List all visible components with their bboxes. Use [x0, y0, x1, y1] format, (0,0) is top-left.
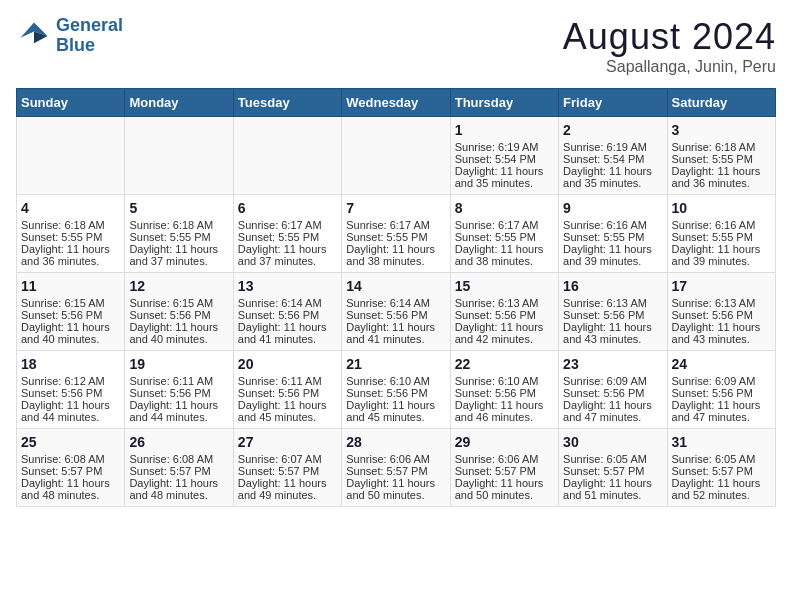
- day-info: Daylight: 11 hours: [129, 321, 228, 333]
- day-number: 12: [129, 278, 228, 294]
- day-info: Sunrise: 6:14 AM: [238, 297, 337, 309]
- day-number: 8: [455, 200, 554, 216]
- day-info: Daylight: 11 hours: [455, 243, 554, 255]
- calendar-cell: 3Sunrise: 6:18 AMSunset: 5:55 PMDaylight…: [667, 117, 775, 195]
- day-info: Sunset: 5:56 PM: [563, 387, 662, 399]
- day-info: Sunrise: 6:17 AM: [455, 219, 554, 231]
- day-number: 20: [238, 356, 337, 372]
- day-info: and 52 minutes.: [672, 489, 771, 501]
- day-number: 27: [238, 434, 337, 450]
- day-info: Sunrise: 6:06 AM: [346, 453, 445, 465]
- title-block: August 2024 Sapallanga, Junin, Peru: [563, 16, 776, 76]
- day-number: 21: [346, 356, 445, 372]
- day-info: Daylight: 11 hours: [672, 399, 771, 411]
- day-info: and 40 minutes.: [21, 333, 120, 345]
- day-info: Sunrise: 6:10 AM: [455, 375, 554, 387]
- day-info: and 37 minutes.: [238, 255, 337, 267]
- day-info: Sunrise: 6:13 AM: [455, 297, 554, 309]
- calendar-cell: 19Sunrise: 6:11 AMSunset: 5:56 PMDayligh…: [125, 351, 233, 429]
- calendar-cell: 21Sunrise: 6:10 AMSunset: 5:56 PMDayligh…: [342, 351, 450, 429]
- day-info: Sunrise: 6:16 AM: [672, 219, 771, 231]
- day-info: Sunset: 5:56 PM: [346, 387, 445, 399]
- day-info: and 41 minutes.: [238, 333, 337, 345]
- day-info: and 37 minutes.: [129, 255, 228, 267]
- day-info: and 50 minutes.: [455, 489, 554, 501]
- day-info: Sunset: 5:55 PM: [21, 231, 120, 243]
- day-info: Sunrise: 6:07 AM: [238, 453, 337, 465]
- day-info: Daylight: 11 hours: [672, 165, 771, 177]
- day-info: Daylight: 11 hours: [129, 477, 228, 489]
- day-number: 11: [21, 278, 120, 294]
- calendar-cell: 12Sunrise: 6:15 AMSunset: 5:56 PMDayligh…: [125, 273, 233, 351]
- day-info: Sunset: 5:57 PM: [455, 465, 554, 477]
- day-number: 30: [563, 434, 662, 450]
- calendar-cell: 11Sunrise: 6:15 AMSunset: 5:56 PMDayligh…: [17, 273, 125, 351]
- day-number: 9: [563, 200, 662, 216]
- day-info: Daylight: 11 hours: [672, 477, 771, 489]
- day-info: and 47 minutes.: [672, 411, 771, 423]
- day-header-saturday: Saturday: [667, 89, 775, 117]
- day-info: and 48 minutes.: [129, 489, 228, 501]
- day-info: Sunset: 5:57 PM: [563, 465, 662, 477]
- calendar-cell: 7Sunrise: 6:17 AMSunset: 5:55 PMDaylight…: [342, 195, 450, 273]
- day-info: and 40 minutes.: [129, 333, 228, 345]
- day-info: and 36 minutes.: [672, 177, 771, 189]
- day-number: 26: [129, 434, 228, 450]
- day-info: Sunset: 5:56 PM: [129, 309, 228, 321]
- day-info: Sunrise: 6:08 AM: [129, 453, 228, 465]
- day-info: Sunrise: 6:17 AM: [346, 219, 445, 231]
- day-info: and 42 minutes.: [455, 333, 554, 345]
- day-info: Sunrise: 6:18 AM: [129, 219, 228, 231]
- calendar-cell: 27Sunrise: 6:07 AMSunset: 5:57 PMDayligh…: [233, 429, 341, 507]
- calendar-cell: 2Sunrise: 6:19 AMSunset: 5:54 PMDaylight…: [559, 117, 667, 195]
- day-info: Sunset: 5:56 PM: [238, 309, 337, 321]
- day-info: Sunrise: 6:18 AM: [672, 141, 771, 153]
- day-info: Sunrise: 6:13 AM: [672, 297, 771, 309]
- day-info: and 44 minutes.: [129, 411, 228, 423]
- day-info: Sunset: 5:56 PM: [129, 387, 228, 399]
- day-number: 29: [455, 434, 554, 450]
- day-info: Sunset: 5:56 PM: [672, 309, 771, 321]
- day-info: Sunset: 5:57 PM: [346, 465, 445, 477]
- day-number: 16: [563, 278, 662, 294]
- day-info: Daylight: 11 hours: [346, 477, 445, 489]
- day-info: Daylight: 11 hours: [455, 165, 554, 177]
- day-number: 15: [455, 278, 554, 294]
- day-info: Sunrise: 6:16 AM: [563, 219, 662, 231]
- calendar-cell: 23Sunrise: 6:09 AMSunset: 5:56 PMDayligh…: [559, 351, 667, 429]
- calendar-cell: 5Sunrise: 6:18 AMSunset: 5:55 PMDaylight…: [125, 195, 233, 273]
- day-header-thursday: Thursday: [450, 89, 558, 117]
- calendar-cell: [342, 117, 450, 195]
- day-info: Sunset: 5:56 PM: [455, 309, 554, 321]
- day-info: and 46 minutes.: [455, 411, 554, 423]
- day-number: 4: [21, 200, 120, 216]
- day-info: Daylight: 11 hours: [238, 321, 337, 333]
- calendar-cell: 10Sunrise: 6:16 AMSunset: 5:55 PMDayligh…: [667, 195, 775, 273]
- day-info: and 45 minutes.: [346, 411, 445, 423]
- day-info: Daylight: 11 hours: [346, 321, 445, 333]
- day-info: Sunset: 5:55 PM: [238, 231, 337, 243]
- day-number: 5: [129, 200, 228, 216]
- day-number: 18: [21, 356, 120, 372]
- calendar-cell: [125, 117, 233, 195]
- day-header-monday: Monday: [125, 89, 233, 117]
- calendar-cell: 22Sunrise: 6:10 AMSunset: 5:56 PMDayligh…: [450, 351, 558, 429]
- day-info: and 39 minutes.: [672, 255, 771, 267]
- day-info: Sunrise: 6:19 AM: [455, 141, 554, 153]
- day-info: Daylight: 11 hours: [21, 243, 120, 255]
- day-info: Sunrise: 6:13 AM: [563, 297, 662, 309]
- day-info: Sunrise: 6:05 AM: [563, 453, 662, 465]
- day-info: Sunset: 5:55 PM: [129, 231, 228, 243]
- day-info: and 35 minutes.: [455, 177, 554, 189]
- day-number: 10: [672, 200, 771, 216]
- calendar-cell: 24Sunrise: 6:09 AMSunset: 5:56 PMDayligh…: [667, 351, 775, 429]
- day-number: 7: [346, 200, 445, 216]
- day-info: Daylight: 11 hours: [21, 477, 120, 489]
- day-header-wednesday: Wednesday: [342, 89, 450, 117]
- day-info: Sunrise: 6:11 AM: [238, 375, 337, 387]
- day-header-friday: Friday: [559, 89, 667, 117]
- calendar-week-row: 4Sunrise: 6:18 AMSunset: 5:55 PMDaylight…: [17, 195, 776, 273]
- day-info: and 38 minutes.: [346, 255, 445, 267]
- day-info: Daylight: 11 hours: [346, 243, 445, 255]
- day-number: 1: [455, 122, 554, 138]
